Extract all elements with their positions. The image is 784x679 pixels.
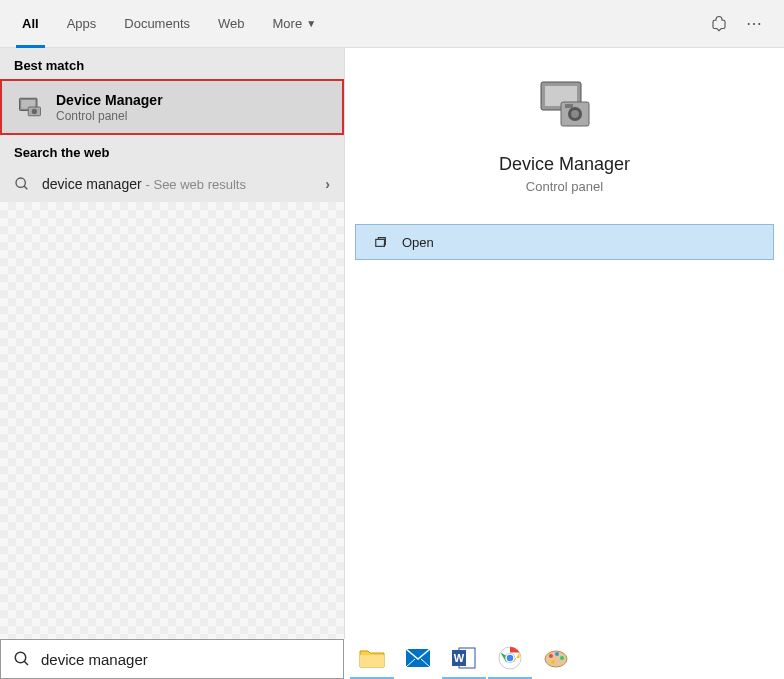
chevron-right-icon: › xyxy=(325,176,330,192)
preview-icon xyxy=(533,78,597,134)
taskbar: W xyxy=(0,639,784,679)
preview-panel: Device Manager Control panel Open xyxy=(344,48,784,639)
result-subtitle: Control panel xyxy=(56,109,330,123)
open-label: Open xyxy=(402,235,434,250)
feedback-icon[interactable] xyxy=(710,15,728,33)
search-icon xyxy=(14,176,32,192)
result-device-manager[interactable]: Device Manager Control panel xyxy=(0,79,344,135)
svg-text:W: W xyxy=(454,652,465,664)
svg-point-4 xyxy=(16,178,25,187)
taskbar-chrome[interactable] xyxy=(488,639,532,679)
open-button[interactable]: Open xyxy=(355,224,774,260)
svg-point-24 xyxy=(555,652,559,656)
empty-area xyxy=(0,202,344,639)
tab-more[interactable]: More ▼ xyxy=(259,0,331,48)
tab-documents[interactable]: Documents xyxy=(110,0,204,48)
tab-more-label: More xyxy=(273,16,303,31)
preview-title: Device Manager xyxy=(355,154,774,175)
result-title: Device Manager xyxy=(56,92,330,108)
web-hint: - See web results xyxy=(146,177,246,192)
svg-point-13 xyxy=(15,652,26,663)
device-manager-icon xyxy=(14,91,46,123)
search-box[interactable] xyxy=(0,639,344,679)
more-options-icon[interactable]: ⋯ xyxy=(746,14,762,33)
best-match-label: Best match xyxy=(0,48,344,79)
search-input[interactable] xyxy=(41,651,331,668)
search-web-label: Search the web xyxy=(0,135,344,166)
chevron-down-icon: ▼ xyxy=(306,18,316,29)
web-result-item[interactable]: device manager - See web results › xyxy=(0,166,344,202)
svg-point-23 xyxy=(549,654,553,658)
preview-subtitle: Control panel xyxy=(355,179,774,194)
svg-point-26 xyxy=(551,660,555,664)
svg-point-25 xyxy=(560,656,564,660)
taskbar-word[interactable]: W xyxy=(442,639,486,679)
web-query: device manager xyxy=(42,176,142,192)
svg-rect-12 xyxy=(376,239,385,246)
taskbar-paint[interactable] xyxy=(534,639,578,679)
results-panel: Best match Device Manager Control panel … xyxy=(0,48,344,639)
svg-point-21 xyxy=(506,654,514,662)
taskbar-file-explorer[interactable] xyxy=(350,639,394,679)
svg-point-10 xyxy=(571,110,579,118)
search-icon xyxy=(13,650,31,668)
tab-web[interactable]: Web xyxy=(204,0,259,48)
web-result-text: device manager - See web results xyxy=(42,176,325,192)
search-tabs: All Apps Documents Web More ▼ ⋯ xyxy=(0,0,784,48)
svg-line-5 xyxy=(24,186,27,189)
svg-line-14 xyxy=(24,661,28,665)
svg-rect-11 xyxy=(565,104,573,108)
tab-apps[interactable]: Apps xyxy=(53,0,111,48)
tab-all[interactable]: All xyxy=(8,0,53,48)
svg-point-3 xyxy=(32,109,37,114)
taskbar-mail[interactable] xyxy=(396,639,440,679)
open-icon xyxy=(374,235,388,249)
